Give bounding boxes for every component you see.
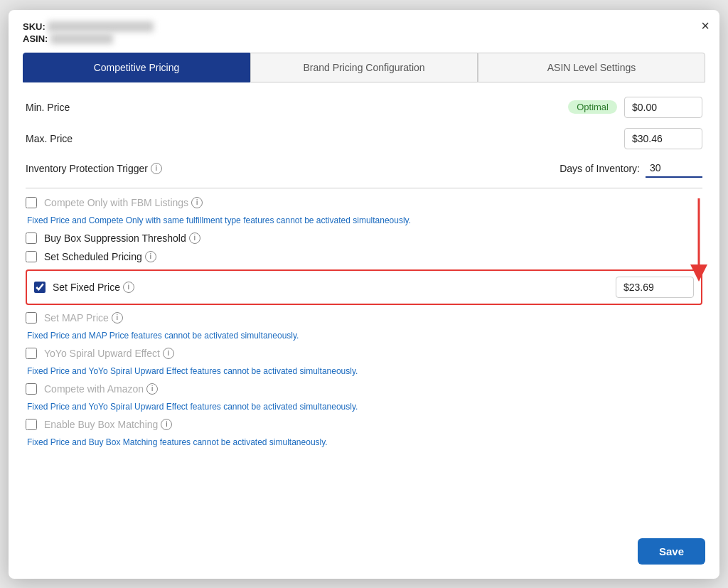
modal-body: Min. Price Optimal Max. Price Inventory … [9, 82, 719, 469]
min-price-label: Min. Price [26, 102, 70, 113]
min-price-input[interactable] [624, 97, 702, 118]
sku-value: B001-TrachwoodBird2ct [48, 21, 154, 32]
buybox-suppression-row: Buy Box Suppression Threshold i [26, 232, 702, 244]
inventory-trigger-info-icon: i [151, 163, 162, 174]
fixed-price-warning-1: Fixed Price and Compete Only with same f… [27, 215, 702, 225]
inventory-trigger-label: Inventory Protection Trigger [26, 163, 148, 174]
fixed-amazon-warning: Fixed Price and YoYo Spiral Upward Effec… [27, 402, 702, 412]
scheduled-pricing-info-icon: i [145, 251, 156, 262]
sku-label: SKU: [23, 21, 46, 32]
yoyo-row: YoYo Spiral Upward Effect i [26, 348, 702, 359]
buybox-suppression-label: Buy Box Suppression Threshold [44, 232, 186, 244]
asin-value: B00TY02A4C4 [50, 33, 113, 44]
divider-1 [26, 188, 702, 188]
map-price-info-icon: i [112, 312, 123, 324]
modal-container: × SKU: B001-TrachwoodBird2ct ASIN: B00TY… [9, 10, 719, 579]
modal-header: × SKU: B001-TrachwoodBird2ct ASIN: B00TY… [9, 10, 719, 82]
scheduled-pricing-label: Set Scheduled Pricing [44, 251, 142, 262]
enable-buybox-row: Enable Buy Box Matching i [26, 419, 702, 430]
asin-line: ASIN: B00TY02A4C4 [23, 33, 705, 44]
map-price-label: Set MAP Price [44, 312, 109, 324]
max-price-label: Max. Price [26, 133, 73, 144]
map-price-row: Set MAP Price i [26, 312, 702, 324]
days-input[interactable] [646, 159, 702, 178]
save-button[interactable]: Save [638, 538, 705, 565]
scheduled-pricing-row: Set Scheduled Pricing i [26, 251, 702, 262]
fixed-yoyo-warning: Fixed Price and YoYo Spiral Upward Effec… [27, 366, 702, 376]
compete-amazon-info-icon: i [146, 383, 158, 395]
tabs-container: Competitive Pricing Brand Pricing Config… [23, 53, 705, 82]
fixed-map-warning: Fixed Price and MAP Price features canno… [27, 331, 702, 341]
compete-amazon-label: Compete with Amazon [44, 383, 144, 395]
compete-amazon-checkbox[interactable] [26, 383, 37, 395]
fixed-price-row: Set Fixed Price i [26, 269, 702, 305]
tab-brand[interactable]: Brand Pricing Configuration [250, 53, 478, 82]
compete-fbm-label: Compete Only with FBM Listings [44, 197, 188, 208]
fixed-buybox-warning: Fixed Price and Buy Box Matching feature… [27, 437, 702, 447]
tab-competitive[interactable]: Competitive Pricing [23, 53, 250, 82]
yoyo-info-icon: i [163, 348, 174, 359]
days-of-inventory-label: Days of Inventory: [560, 163, 640, 174]
fixed-price-input[interactable] [616, 277, 694, 298]
modal-footer: Save [638, 538, 705, 565]
fixed-price-info-icon: i [123, 282, 134, 293]
yoyo-label: YoYo Spiral Upward Effect [44, 348, 160, 359]
compete-fbm-row: Compete Only with FBM Listings i [26, 197, 702, 208]
sku-line: SKU: B001-TrachwoodBird2ct [23, 21, 705, 32]
fixed-price-container: Set Fixed Price i [26, 269, 702, 305]
asin-label: ASIN: [23, 33, 48, 44]
enable-buybox-info-icon: i [161, 419, 172, 430]
min-price-row: Min. Price Optimal [26, 97, 702, 118]
max-price-row: Max. Price [26, 128, 702, 149]
compete-fbm-info-icon: i [191, 197, 203, 208]
compete-amazon-row: Compete with Amazon i [26, 383, 702, 395]
close-button[interactable]: × [701, 18, 710, 33]
enable-buybox-checkbox[interactable] [26, 419, 37, 430]
enable-buybox-label: Enable Buy Box Matching [44, 419, 158, 430]
buybox-suppression-info-icon: i [189, 232, 200, 244]
fixed-price-checkbox[interactable] [34, 282, 46, 293]
fixed-price-label: Set Fixed Price [53, 282, 120, 293]
scheduled-pricing-checkbox[interactable] [26, 251, 37, 262]
buybox-suppression-checkbox[interactable] [26, 232, 37, 244]
max-price-input[interactable] [624, 128, 702, 149]
compete-fbm-checkbox[interactable] [26, 197, 37, 208]
yoyo-checkbox[interactable] [26, 348, 37, 359]
inventory-trigger-row: Inventory Protection Trigger i Days of I… [26, 159, 702, 178]
optimal-badge: Optimal [568, 100, 617, 114]
tab-asin[interactable]: ASIN Level Settings [478, 53, 705, 82]
map-price-checkbox[interactable] [26, 312, 37, 324]
